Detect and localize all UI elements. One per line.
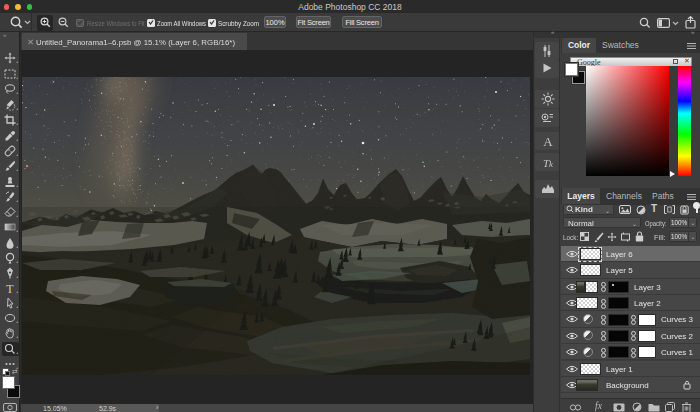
svg-text:T: T: [6, 282, 14, 294]
